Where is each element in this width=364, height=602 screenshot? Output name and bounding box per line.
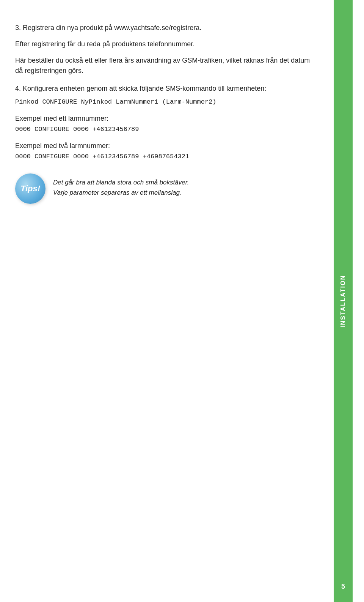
- page-container: 3. Registrera din nya produkt på www.yac…: [0, 0, 364, 602]
- example2-label: Exempel med två larmnummer:: [15, 142, 315, 150]
- main-content: 3. Registrera din nya produkt på www.yac…: [0, 0, 334, 602]
- example1-code: 0000 CONFIGURE 0000 +46123456789: [15, 124, 315, 134]
- tips-bubble: Tips!: [15, 173, 46, 204]
- step4-intro: 4. Konfigurera enheten genom att skicka …: [15, 84, 315, 94]
- page-number: 5: [341, 583, 345, 591]
- tips-line2: Varje parameter separeras av ett mellans…: [53, 189, 182, 196]
- tips-section: Tips! Det går bra att blanda stora och s…: [15, 173, 315, 204]
- sidebar-label: Installation: [340, 275, 347, 328]
- example1-label: Exempel med ett larmnummer:: [15, 115, 315, 123]
- step4-section: 4. Konfigurera enheten genom att skicka …: [15, 84, 315, 162]
- step3-line3: Här beställer du också ett eller flera å…: [15, 55, 315, 76]
- step3-line1: 3. Registrera din nya produkt på www.yac…: [15, 23, 315, 33]
- tips-line1: Det går bra att blanda stora och små bok…: [53, 179, 189, 186]
- step4-command: Pinkod CONFIGURE NyPinkod LarmNummer1 (L…: [15, 97, 315, 107]
- example2-code: 0000 CONFIGURE 0000 +46123456789 +469876…: [15, 151, 315, 162]
- tips-bubble-label: Tips!: [20, 184, 40, 194]
- tips-text: Det går bra att blanda stora och små bok…: [53, 173, 189, 198]
- step3-line2: Efter registrering får du reda på produk…: [15, 39, 315, 49]
- sidebar: Installation 5: [334, 0, 353, 602]
- step3-section: 3. Registrera din nya produkt på www.yac…: [15, 23, 315, 76]
